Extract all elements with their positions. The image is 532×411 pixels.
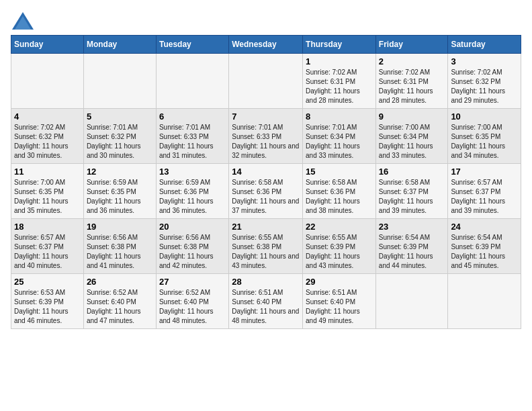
day-number: 3 — [451, 56, 518, 66]
week-row-3: 11Sunrise: 7:00 AM Sunset: 6:35 PM Dayli… — [11, 164, 521, 219]
calendar-cell: 14Sunrise: 6:58 AM Sunset: 6:36 PM Dayli… — [229, 164, 303, 219]
week-row-5: 25Sunrise: 6:53 AM Sunset: 6:39 PM Dayli… — [11, 274, 521, 329]
day-info: Sunrise: 7:00 AM Sunset: 6:35 PM Dayligh… — [14, 178, 81, 216]
day-number: 20 — [159, 222, 226, 232]
week-row-4: 18Sunrise: 6:57 AM Sunset: 6:37 PM Dayli… — [11, 219, 521, 274]
calendar-cell: 2Sunrise: 7:02 AM Sunset: 6:31 PM Daylig… — [375, 54, 448, 109]
day-info: Sunrise: 6:52 AM Sunset: 6:40 PM Dayligh… — [87, 288, 153, 326]
day-number: 2 — [379, 56, 445, 66]
calendar-header-row: SundayMondayTuesdayWednesdayThursdayFrid… — [11, 36, 521, 54]
calendar-cell: 11Sunrise: 7:00 AM Sunset: 6:35 PM Dayli… — [11, 164, 84, 219]
header-sunday: Sunday — [11, 36, 84, 54]
calendar-cell — [229, 54, 303, 109]
calendar-cell: 7Sunrise: 7:01 AM Sunset: 6:33 PM Daylig… — [229, 109, 303, 164]
calendar-cell: 16Sunrise: 6:58 AM Sunset: 6:37 PM Dayli… — [375, 164, 448, 219]
day-info: Sunrise: 6:59 AM Sunset: 6:36 PM Dayligh… — [159, 178, 226, 216]
calendar-cell: 5Sunrise: 7:01 AM Sunset: 6:32 PM Daylig… — [83, 109, 156, 164]
calendar-table: SundayMondayTuesdayWednesdayThursdayFrid… — [11, 35, 521, 329]
page-header — [11, 11, 521, 30]
day-number: 29 — [306, 277, 373, 287]
day-info: Sunrise: 6:54 AM Sunset: 6:39 PM Dayligh… — [379, 233, 445, 271]
calendar-cell: 9Sunrise: 7:00 AM Sunset: 6:34 PM Daylig… — [375, 109, 448, 164]
day-info: Sunrise: 7:02 AM Sunset: 6:31 PM Dayligh… — [379, 68, 445, 105]
calendar-cell: 10Sunrise: 7:00 AM Sunset: 6:35 PM Dayli… — [448, 109, 521, 164]
calendar-cell: 21Sunrise: 6:55 AM Sunset: 6:38 PM Dayli… — [229, 219, 303, 274]
day-info: Sunrise: 6:57 AM Sunset: 6:37 PM Dayligh… — [451, 178, 518, 216]
day-number: 22 — [306, 222, 373, 232]
calendar-cell: 28Sunrise: 6:51 AM Sunset: 6:40 PM Dayli… — [229, 274, 303, 329]
header-friday: Friday — [375, 36, 448, 54]
calendar-cell: 20Sunrise: 6:56 AM Sunset: 6:38 PM Dayli… — [156, 219, 228, 274]
calendar-cell: 25Sunrise: 6:53 AM Sunset: 6:39 PM Dayli… — [11, 274, 84, 329]
header-thursday: Thursday — [303, 36, 376, 54]
calendar-cell: 6Sunrise: 7:01 AM Sunset: 6:33 PM Daylig… — [156, 109, 228, 164]
day-info: Sunrise: 7:02 AM Sunset: 6:31 PM Dayligh… — [306, 68, 373, 105]
day-info: Sunrise: 7:01 AM Sunset: 6:33 PM Dayligh… — [159, 123, 226, 161]
day-number: 1 — [306, 56, 373, 66]
day-number: 12 — [87, 167, 153, 177]
day-number: 6 — [159, 111, 226, 122]
day-number: 27 — [159, 277, 226, 287]
day-info: Sunrise: 6:56 AM Sunset: 6:38 PM Dayligh… — [87, 233, 153, 271]
day-info: Sunrise: 6:56 AM Sunset: 6:38 PM Dayligh… — [159, 233, 226, 271]
day-number: 18 — [14, 222, 81, 232]
day-info: Sunrise: 7:01 AM Sunset: 6:33 PM Dayligh… — [232, 123, 300, 161]
day-info: Sunrise: 6:53 AM Sunset: 6:39 PM Dayligh… — [14, 288, 81, 326]
calendar-cell — [156, 54, 228, 109]
header-wednesday: Wednesday — [229, 36, 303, 54]
day-number: 25 — [14, 277, 81, 287]
calendar-cell: 13Sunrise: 6:59 AM Sunset: 6:36 PM Dayli… — [156, 164, 228, 219]
day-number: 13 — [159, 167, 226, 177]
day-info: Sunrise: 6:51 AM Sunset: 6:40 PM Dayligh… — [232, 288, 300, 326]
day-number: 4 — [14, 111, 81, 122]
day-number: 8 — [306, 111, 373, 122]
header-saturday: Saturday — [448, 36, 521, 54]
day-info: Sunrise: 6:54 AM Sunset: 6:39 PM Dayligh… — [451, 233, 518, 271]
week-row-1: 1Sunrise: 7:02 AM Sunset: 6:31 PM Daylig… — [11, 54, 521, 109]
calendar-cell: 17Sunrise: 6:57 AM Sunset: 6:37 PM Dayli… — [448, 164, 521, 219]
day-number: 16 — [379, 167, 445, 177]
calendar-cell: 12Sunrise: 6:59 AM Sunset: 6:35 PM Dayli… — [83, 164, 156, 219]
calendar-cell — [83, 54, 156, 109]
day-info: Sunrise: 6:58 AM Sunset: 6:37 PM Dayligh… — [379, 178, 445, 216]
day-number: 10 — [451, 111, 518, 122]
day-info: Sunrise: 6:58 AM Sunset: 6:36 PM Dayligh… — [306, 178, 373, 216]
day-info: Sunrise: 7:01 AM Sunset: 6:32 PM Dayligh… — [87, 123, 153, 161]
day-info: Sunrise: 7:01 AM Sunset: 6:34 PM Dayligh… — [306, 123, 373, 161]
calendar-cell: 8Sunrise: 7:01 AM Sunset: 6:34 PM Daylig… — [303, 109, 376, 164]
calendar-cell: 3Sunrise: 7:02 AM Sunset: 6:32 PM Daylig… — [448, 54, 521, 109]
week-row-2: 4Sunrise: 7:02 AM Sunset: 6:32 PM Daylig… — [11, 109, 521, 164]
day-info: Sunrise: 6:51 AM Sunset: 6:40 PM Dayligh… — [306, 288, 373, 326]
header-tuesday: Tuesday — [156, 36, 228, 54]
calendar-cell: 15Sunrise: 6:58 AM Sunset: 6:36 PM Dayli… — [303, 164, 376, 219]
logo — [11, 11, 34, 30]
day-number: 5 — [87, 111, 153, 122]
day-info: Sunrise: 6:59 AM Sunset: 6:35 PM Dayligh… — [87, 178, 153, 216]
calendar-cell — [11, 54, 84, 109]
day-number: 15 — [306, 167, 373, 177]
calendar-cell — [448, 274, 521, 329]
day-info: Sunrise: 7:02 AM Sunset: 6:32 PM Dayligh… — [451, 68, 518, 105]
calendar-cell: 1Sunrise: 7:02 AM Sunset: 6:31 PM Daylig… — [303, 54, 376, 109]
calendar-cell: 23Sunrise: 6:54 AM Sunset: 6:39 PM Dayli… — [375, 219, 448, 274]
calendar-cell: 19Sunrise: 6:56 AM Sunset: 6:38 PM Dayli… — [83, 219, 156, 274]
day-info: Sunrise: 6:52 AM Sunset: 6:40 PM Dayligh… — [159, 288, 226, 326]
day-number: 28 — [232, 277, 300, 287]
day-number: 21 — [232, 222, 300, 232]
day-number: 24 — [451, 222, 518, 232]
day-info: Sunrise: 7:02 AM Sunset: 6:32 PM Dayligh… — [14, 123, 81, 161]
day-number: 23 — [379, 222, 445, 232]
day-number: 14 — [232, 167, 300, 177]
calendar-cell: 29Sunrise: 6:51 AM Sunset: 6:40 PM Dayli… — [303, 274, 376, 329]
calendar-cell — [375, 274, 448, 329]
day-number: 26 — [87, 277, 153, 287]
day-number: 11 — [14, 167, 81, 177]
day-number: 19 — [87, 222, 153, 232]
day-info: Sunrise: 6:55 AM Sunset: 6:38 PM Dayligh… — [232, 233, 300, 271]
calendar-cell: 18Sunrise: 6:57 AM Sunset: 6:37 PM Dayli… — [11, 219, 84, 274]
calendar-cell: 4Sunrise: 7:02 AM Sunset: 6:32 PM Daylig… — [11, 109, 84, 164]
day-number: 9 — [379, 111, 445, 122]
header-monday: Monday — [83, 36, 156, 54]
day-info: Sunrise: 7:00 AM Sunset: 6:34 PM Dayligh… — [379, 123, 445, 161]
day-number: 17 — [451, 167, 518, 177]
